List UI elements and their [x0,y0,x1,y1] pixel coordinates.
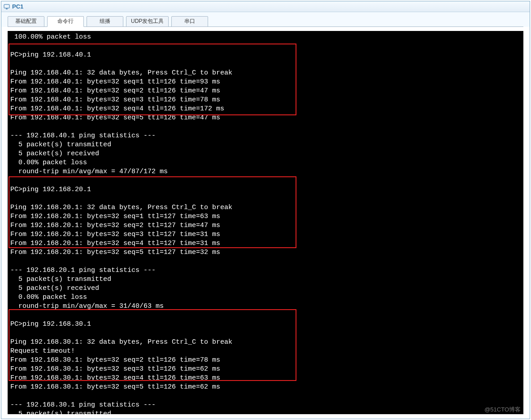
titlebar: PC1 [1,1,530,12]
terminal-output: 100.00% packet loss PC>ping 192.168.40.1… [10,33,521,414]
tab-serial[interactable]: 串口 [171,16,208,27]
tab-label: UDP发包工具 [131,18,164,25]
window-title: PC1 [12,3,23,10]
tabstrip-divider [8,26,523,27]
tab-label: 命令行 [57,18,74,25]
tab-label: 组播 [100,18,110,25]
tab-multicast[interactable]: 组播 [87,16,123,27]
pc-icon [3,3,10,10]
tab-label: 串口 [184,18,195,25]
tab-command-line[interactable]: 命令行 [47,16,84,27]
watermark: @51CTO博客 [484,405,521,414]
tabstrip: 基础配置 命令行 组播 UDP发包工具 串口 [1,12,530,27]
svg-rect-0 [4,4,9,8]
tab-label: 基础配置 [15,18,37,25]
tab-udp-tool[interactable]: UDP发包工具 [126,16,169,27]
svg-rect-1 [6,9,8,9]
app-window: PC1 基础配置 命令行 组播 UDP发包工具 串口 100.00% packe… [1,1,530,419]
terminal[interactable]: 100.00% packet loss PC>ping 192.168.40.1… [8,31,523,414]
tab-basic-config[interactable]: 基础配置 [8,16,44,27]
